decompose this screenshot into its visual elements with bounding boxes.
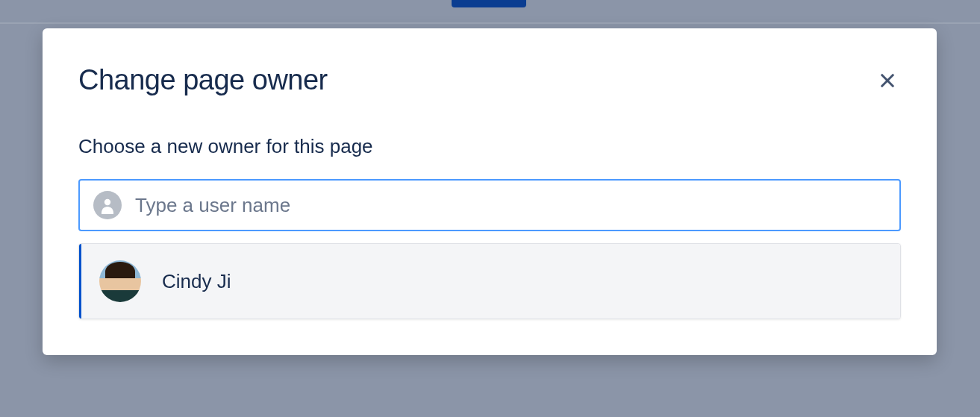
modal-title: Change page owner <box>78 64 328 96</box>
avatar <box>99 260 141 302</box>
close-icon <box>877 70 898 91</box>
background-button <box>452 0 526 7</box>
background-topbar <box>0 0 980 24</box>
close-button[interactable] <box>874 67 901 94</box>
modal-header: Change page owner <box>78 64 901 96</box>
change-owner-modal: Change page owner Choose a new owner for… <box>43 28 937 355</box>
modal-subtitle: Choose a new owner for this page <box>78 135 901 158</box>
user-search-box[interactable] <box>78 179 901 231</box>
search-wrapper: Cindy Ji <box>78 179 901 319</box>
user-icon <box>93 191 122 219</box>
user-option[interactable]: Cindy Ji <box>79 244 900 319</box>
user-search-input[interactable] <box>135 194 886 217</box>
user-dropdown: Cindy Ji <box>78 243 901 319</box>
svg-point-2 <box>104 199 110 205</box>
user-option-name: Cindy Ji <box>162 270 231 293</box>
